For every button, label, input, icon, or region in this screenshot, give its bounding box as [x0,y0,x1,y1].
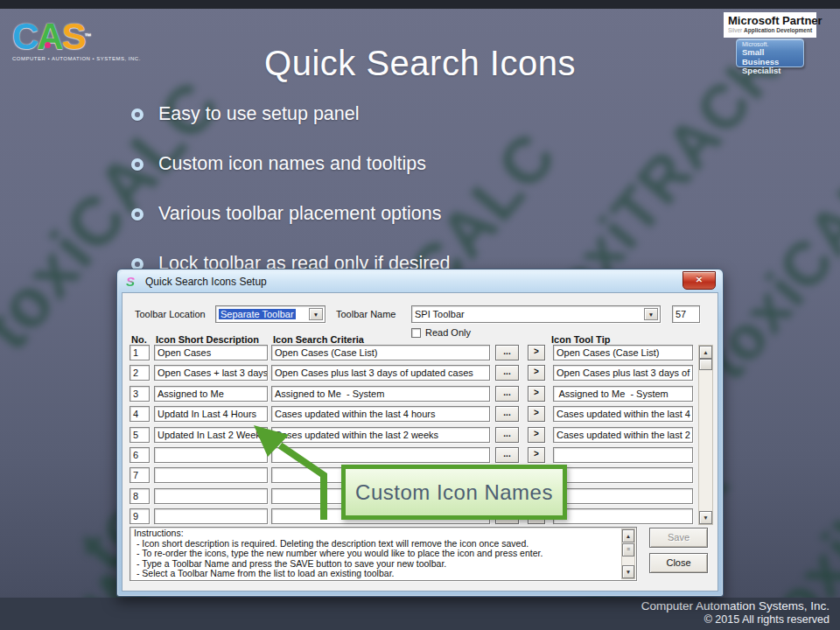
custom-icon-names-callout: Custom Icon Names [341,465,567,520]
bullet-ring-icon [131,158,144,171]
read-only-checkbox[interactable] [411,328,421,338]
row-tool-tip-field[interactable] [553,508,693,524]
scroll-down-icon[interactable]: ▼ [699,511,712,524]
row-number-field[interactable]: 9 [130,508,150,524]
instruction-line: - Type a Toolbar Name and press the SAVE… [134,559,619,570]
row-number-field[interactable]: 4 [130,406,150,422]
ms-partner-title: Microsoft Partner [728,15,812,27]
save-button[interactable]: Save [649,528,708,548]
background-watermark-text: toxiWEB [739,395,840,630]
scroll-up-icon[interactable]: ▲ [622,529,634,542]
row-tool-tip-field[interactable] [553,447,693,463]
browse-criteria-button[interactable]: ... [495,365,519,381]
footer-copyright: © 2015 All rights reserved [641,613,830,626]
row-number-field[interactable]: 5 [130,427,150,443]
scroll-up-icon[interactable]: ▲ [699,346,712,359]
row-number-field[interactable]: 3 [130,386,150,402]
ms-partner-subtitle: Silver Application Development [728,27,812,34]
column-header-search-criteria: Icon Search Criteria [273,334,364,345]
toolbar-location-value: Separate Toolbar [219,309,296,319]
slide-footer: Computer Automation Systems, Inc. © 2015… [641,599,830,626]
quick-search-icons-setup-window: S Quick Search Icons Setup ✕ Toolbar Loc… [116,269,724,597]
scroll-down-icon[interactable]: ▼ [622,565,634,578]
row-short-description-field[interactable]: Assigned to Me [154,386,268,402]
callout-label: Custom Icon Names [355,480,553,505]
row-number-field[interactable]: 8 [130,488,150,504]
row-number-field[interactable]: 2 [130,365,150,381]
slide-title: Quick Search Icons [0,44,840,83]
callout-arrow [243,416,357,526]
footer-company: Computer Automation Systems, Inc. [641,599,830,613]
row-search-criteria-field[interactable]: Assigned to Me - System [271,386,490,402]
instruction-line: - Icon short description is required. De… [134,539,619,550]
bullet-item: Easy to use setup panel [131,89,450,139]
bullet-text: Custom icon names and tooltips [158,153,426,175]
move-criteria-button[interactable]: > [528,406,545,422]
scrollbar-thumb[interactable] [699,359,712,370]
icon-count-field[interactable]: 57 [672,305,700,323]
toolbar-name-value: SPI Toolbar [412,306,660,322]
bullet-list: Easy to use setup panelCustom icon names… [131,89,450,289]
close-dialog-button[interactable]: Close [649,553,708,573]
row-tool-tip-field[interactable]: Cases updated within the last 2 w [553,427,693,443]
top-strip [0,0,840,9]
dropdown-arrow-icon[interactable]: ▼ [309,308,323,320]
instructions-scrollbar[interactable]: ▲ ≡ ▼ [621,528,635,579]
row-tool-tip-field[interactable] [553,467,693,483]
ms-partner-program: Application Development [744,27,812,33]
row-number-field[interactable]: 6 [130,447,150,463]
row-short-description-field[interactable]: Open Cases [154,345,268,360]
trademark-symbol: ™ [85,32,92,40]
window-title: Quick Search Icons Setup [145,276,267,288]
toolbar-name-combobox[interactable]: SPI Toolbar ▼ [411,305,661,323]
instruction-line: - Select a Toolbar Name from the list to… [134,569,619,579]
read-only-label: Read Only [425,327,471,338]
scrollbar-thumb[interactable]: ≡ [622,543,634,556]
app-icon: S [126,275,135,289]
instruction-line: - To re-order the icons, type the new nu… [134,549,619,559]
bullet-text: Easy to use setup panel [158,103,360,125]
row-tool-tip-field[interactable]: Cases updated within the last 4 h [553,406,693,422]
move-criteria-button[interactable]: > [528,345,545,360]
instructions-text: Instructions: - Icon short description i… [130,528,636,580]
row-short-description-field[interactable]: Open Cases + last 3 days [154,365,268,381]
toolbar-location-label: Toolbar Location [135,309,206,319]
instructions-box: Instructions: - Icon short description i… [130,527,637,581]
browse-criteria-button[interactable]: ... [495,386,519,402]
browse-criteria-button[interactable]: ... [495,447,519,463]
row-tool-tip-field[interactable]: Open Cases plus last 3 days of u [553,365,693,381]
column-header-no: No. [131,334,147,345]
row-tool-tip-field[interactable] [553,488,693,504]
close-button[interactable]: ✕ [682,271,716,290]
window-titlebar[interactable]: S Quick Search Icons Setup [119,271,721,292]
move-criteria-button[interactable]: > [528,386,545,402]
column-header-short-description: Icon Short Description [156,334,259,345]
ms-partner-tier: Silver [728,27,742,33]
row-search-criteria-field[interactable]: Open Cases plus last 3 days of updated c… [271,365,490,381]
bullet-ring-icon [131,208,144,220]
toolbar-name-label: Toolbar Name [336,309,396,319]
move-criteria-button[interactable]: > [528,427,545,443]
move-criteria-button[interactable]: > [528,447,545,463]
move-criteria-button[interactable]: > [528,365,545,381]
row-tool-tip-field[interactable]: Assigned to Me - System [553,386,693,402]
row-tool-tip-field[interactable]: Open Cases (Case List) [553,345,693,360]
bullet-text: Various toolbar placement options [158,203,442,225]
rows-scrollbar[interactable]: ▲ ▼ [698,345,713,525]
bullet-item: Custom icon names and tooltips [131,139,450,189]
row-number-field[interactable]: 7 [130,467,150,483]
instruction-line: Instructions: [134,528,619,539]
dropdown-arrow-icon[interactable]: ▼ [644,308,658,320]
toolbar-location-combobox[interactable]: Separate Toolbar ▼ [215,305,326,323]
row-search-criteria-field[interactable]: Open Cases (Case List) [271,345,490,360]
browse-criteria-button[interactable]: ... [495,345,519,360]
browse-criteria-button[interactable]: ... [495,427,519,443]
column-header-tool-tip: Icon Tool Tip [551,334,610,345]
bullet-ring-icon [131,108,144,121]
browse-criteria-button[interactable]: ... [495,406,519,422]
microsoft-partner-badge: Microsoft Partner Silver Application Dev… [724,12,816,38]
bullet-item: Various toolbar placement options [131,189,450,239]
row-number-field[interactable]: 1 [130,345,150,360]
